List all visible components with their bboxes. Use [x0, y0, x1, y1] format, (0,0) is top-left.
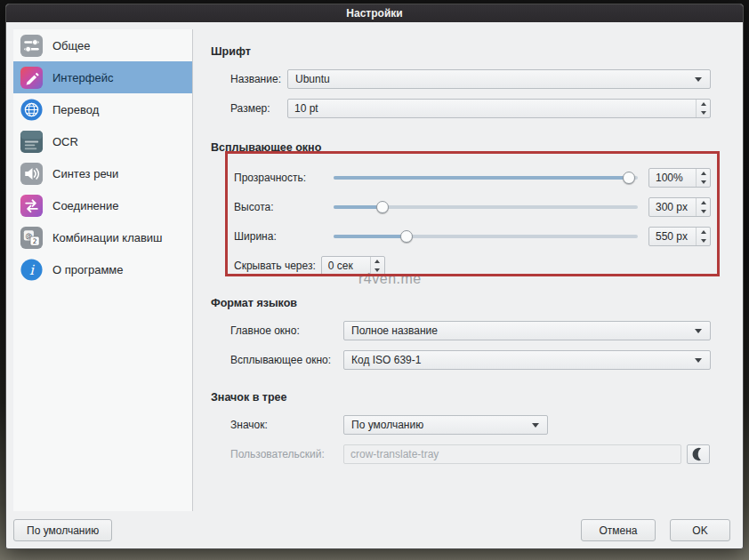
tray-icon-row: Значок: По умолчанию — [211, 415, 711, 435]
general-icon — [20, 34, 44, 58]
popup-window-format-label: Всплывающее окно: — [230, 354, 343, 366]
popup-window-format-combobox[interactable]: Код ISO 639-1 — [343, 350, 711, 370]
slider-handle[interactable] — [376, 201, 389, 213]
font-name-label: Название: — [230, 73, 287, 85]
spin-down-icon[interactable] — [697, 236, 710, 245]
speech-speaker-icon — [20, 162, 44, 186]
height-label: Высота: — [234, 201, 334, 213]
height-row: Высота: 300 px — [211, 197, 711, 217]
font-name-row: Название: Ubuntu — [211, 69, 711, 89]
keyboard-keys-icon: @2 — [20, 226, 44, 250]
tray-icon-combobox[interactable]: По умолчанию — [343, 415, 548, 435]
sidebar-item-label: О программе — [52, 263, 124, 276]
sidebar-item-label: Соединение — [52, 199, 119, 212]
ocr-icon — [20, 130, 44, 154]
settings-content: Шрифт Название: Ubuntu Размер: 10 pt — [211, 45, 711, 511]
cancel-button[interactable]: Отмена — [581, 519, 656, 541]
font-size-label: Размер: — [230, 102, 287, 115]
ok-button[interactable]: OK — [670, 519, 730, 541]
spin-down-icon[interactable] — [371, 266, 384, 275]
chevron-down-icon — [694, 77, 703, 82]
opacity-label: Прозрачность: — [234, 172, 334, 184]
spin-up-icon[interactable] — [697, 100, 710, 108]
chevron-down-icon — [694, 358, 703, 363]
spin-down-icon[interactable] — [697, 108, 710, 117]
sidebar-item-label: Перевод — [52, 103, 99, 116]
section-popup-title: Всплывающее окно — [211, 141, 711, 154]
width-spinbox[interactable]: 550 px — [648, 227, 711, 246]
slider-groove — [334, 176, 638, 180]
window-title: Настройки — [346, 7, 402, 20]
slider-groove — [334, 235, 638, 238]
slider-handle[interactable] — [623, 172, 635, 184]
slider-handle[interactable] — [400, 230, 413, 243]
section-tray-title: Значок в трее — [211, 391, 711, 404]
sidebar-item-connection[interactable]: Соединение — [13, 189, 192, 221]
sidebar-item-speech[interactable]: Синтез речи — [13, 157, 192, 189]
spin-up-icon[interactable] — [697, 169, 710, 178]
spin-down-icon[interactable] — [697, 207, 710, 216]
popup-window-format-row: Всплывающее окно: Код ISO 639-1 — [211, 350, 711, 370]
defaults-button[interactable]: По умолчанию — [13, 519, 112, 541]
svg-text:2: 2 — [33, 236, 37, 244]
section-language-title: Формат языков — [211, 297, 711, 309]
settings-dialog: Настройки Общее Интерфейс Перевод — [5, 4, 744, 549]
interface-icon — [20, 66, 44, 90]
info-icon: i — [20, 258, 44, 282]
sidebar-item-label: Общее — [52, 39, 91, 52]
custom-tray-icon-row: Пользовательский: crow-translate-tray — [211, 444, 711, 464]
sidebar-item-about[interactable]: i О программе — [13, 253, 192, 285]
height-spinbox[interactable]: 300 px — [648, 197, 711, 217]
spin-up-icon[interactable] — [697, 228, 710, 236]
hide-after-label: Скрывать через: — [234, 260, 316, 272]
opacity-slider[interactable] — [334, 168, 638, 188]
sidebar-item-translation[interactable]: Перевод — [13, 93, 192, 125]
sidebar-item-ocr[interactable]: OCR — [13, 125, 192, 157]
sidebar-item-label: Синтез речи — [52, 167, 118, 180]
sidebar-item-general[interactable]: Общее — [13, 29, 192, 61]
height-slider[interactable] — [334, 197, 638, 217]
crow-icon — [690, 446, 706, 462]
spin-up-icon[interactable] — [371, 257, 384, 266]
tray-icon-label: Значок: — [230, 419, 343, 431]
main-window-format-row: Главное окно: Полное название — [211, 321, 711, 340]
font-size-spinbox[interactable]: 10 pt — [287, 99, 711, 118]
sidebar: Общее Интерфейс Перевод OCR — [13, 29, 193, 511]
hide-after-spinbox[interactable]: 0 сек — [321, 256, 385, 276]
width-row: Ширина: 550 px — [211, 227, 711, 246]
section-font-title: Шрифт — [211, 45, 711, 58]
sidebar-item-label: Комбинации клавиш — [52, 231, 163, 244]
custom-tray-icon-field: crow-translate-tray — [343, 444, 681, 464]
spin-up-icon[interactable] — [697, 198, 710, 207]
sidebar-item-label: OCR — [52, 135, 78, 148]
opacity-spinbox[interactable]: 100% — [648, 168, 711, 188]
chevron-down-icon — [531, 423, 540, 428]
font-name-combobox[interactable]: Ubuntu — [287, 69, 711, 89]
dialog-footer: По умолчанию Отмена OK — [13, 519, 730, 541]
opacity-row: Прозрачность: 100% — [211, 168, 711, 188]
sidebar-item-label: Интерфейс — [52, 71, 113, 84]
main-window-format-combobox[interactable]: Полное название — [343, 321, 711, 340]
sidebar-item-interface[interactable]: Интерфейс — [13, 61, 192, 93]
main-window-format-label: Главное окно: — [230, 324, 343, 337]
translation-globe-icon — [20, 98, 44, 122]
font-size-row: Размер: 10 pt — [211, 99, 711, 118]
title-bar[interactable]: Настройки — [6, 4, 743, 22]
spin-down-icon[interactable] — [697, 178, 710, 187]
hide-after-row: Скрывать через: 0 сек — [211, 256, 711, 276]
custom-icon-picker-button[interactable] — [687, 444, 710, 464]
chevron-down-icon — [694, 329, 703, 333]
connection-arrows-icon — [20, 194, 44, 218]
sidebar-item-shortcuts[interactable]: @2 Комбинации клавиш — [13, 221, 192, 253]
custom-tray-icon-label: Пользовательский: — [230, 448, 343, 460]
width-label: Ширина: — [234, 230, 334, 243]
width-slider[interactable] — [334, 227, 638, 246]
